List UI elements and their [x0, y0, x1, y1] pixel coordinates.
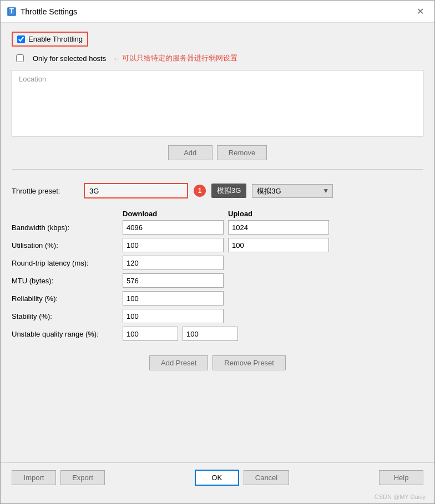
badge-1: 1 — [194, 185, 206, 197]
window-title: Throttle Settings — [21, 7, 77, 16]
fields-section: Download Upload Bandwidth (kbps): Utilis… — [12, 210, 423, 344]
throttle-preset-row: Throttle preset: 1 模拟3G 模拟3G No Throttli… — [12, 183, 423, 198]
mtu-label: MTU (bytes): — [12, 277, 123, 285]
only-hosts-checkbox[interactable] — [16, 54, 24, 62]
tooltip-box: 模拟3G — [211, 184, 246, 198]
footer-left: Import Export — [12, 470, 105, 485]
location-placeholder: Location — [17, 73, 48, 85]
utilisation-upload-input[interactable] — [228, 238, 329, 252]
unstable-row: Unstable quality range (%): — [12, 327, 423, 341]
footer-center: OK Cancel — [195, 470, 289, 486]
unstable-value2-input[interactable] — [183, 327, 238, 341]
reliability-row: Reliability (%): — [12, 291, 423, 306]
column-headers: Download Upload — [123, 210, 423, 218]
utilisation-label: Utilisation (%): — [12, 241, 123, 250]
selected-hosts-row: Only for selected hosts — [16, 54, 106, 63]
ok-button[interactable]: OK — [195, 470, 239, 486]
cancel-button[interactable]: Cancel — [244, 470, 289, 485]
bandwidth-row: Bandwidth (kbps): — [12, 220, 423, 235]
import-button[interactable]: Import — [12, 470, 56, 485]
bandwidth-download-input[interactable] — [123, 220, 224, 235]
add-preset-button[interactable]: Add Preset — [149, 355, 208, 370]
enable-throttling-label[interactable]: Enable Throttling — [28, 35, 83, 43]
annotation-row: ← 可以只给特定的服务器进行弱网设置 — [113, 53, 237, 63]
latency-label: Round-trip latency (ms): — [12, 259, 123, 267]
reliability-label: Reliability (%): — [12, 294, 123, 303]
dropdown-arrow-icon: ▼ — [319, 187, 332, 195]
mtu-download-input[interactable] — [123, 273, 224, 288]
throttle-preset-label: Throttle preset: — [12, 187, 78, 195]
unstable-inputs — [123, 327, 238, 341]
stability-row: Stability (%): — [12, 309, 423, 323]
remove-button[interactable]: Remove — [217, 145, 267, 160]
remove-preset-button[interactable]: Remove Preset — [213, 355, 286, 370]
enable-throttling-checkbox[interactable] — [17, 35, 25, 43]
preset-dropdown[interactable]: 模拟3G No Throttling GPRS 2G 3G 4G LTE DSL… — [252, 185, 319, 197]
location-panel: Location — [12, 70, 423, 136]
footer-right: Help — [379, 470, 423, 485]
content-area: Enable Throttling Only for selected host… — [1, 23, 434, 462]
window-icon: T — [7, 7, 16, 16]
export-button[interactable]: Export — [60, 470, 105, 485]
preset-dropdown-wrapper: 模拟3G No Throttling GPRS 2G 3G 4G LTE DSL… — [252, 184, 333, 198]
annotation-arrow: ← — [113, 54, 120, 63]
footer-row: Import Export OK Cancel Help — [1, 462, 434, 492]
help-button[interactable]: Help — [379, 470, 423, 485]
latency-download-input[interactable] — [123, 256, 224, 270]
add-remove-row: Add Remove — [12, 145, 423, 160]
upload-header: Upload — [228, 210, 333, 218]
only-hosts-label[interactable]: Only for selected hosts — [33, 54, 106, 63]
stability-download-input[interactable] — [123, 309, 224, 323]
utilisation-download-input[interactable] — [123, 238, 224, 252]
add-button[interactable]: Add — [168, 145, 213, 160]
close-button[interactable]: ✕ — [412, 4, 428, 19]
enable-throttling-row: Enable Throttling — [12, 32, 88, 47]
title-bar: T Throttle Settings ✕ — [1, 1, 434, 23]
bandwidth-label: Bandwidth (kbps): — [12, 223, 123, 232]
mtu-row: MTU (bytes): — [12, 273, 423, 288]
title-bar-left: T Throttle Settings — [7, 7, 77, 16]
annotation-text: 可以只给特定的服务器进行弱网设置 — [122, 53, 237, 63]
divider — [12, 169, 423, 170]
throttle-settings-window: T Throttle Settings ✕ Enable Throttling … — [0, 0, 435, 504]
utilisation-row: Utilisation (%): — [12, 238, 423, 252]
throttle-preset-input[interactable] — [84, 183, 188, 198]
unstable-label: Unstable quality range (%): — [12, 330, 123, 338]
download-header: Download — [123, 210, 228, 218]
preset-btn-row: Add Preset Remove Preset — [12, 355, 423, 370]
unstable-value1-input[interactable] — [123, 327, 178, 341]
stability-label: Stability (%): — [12, 312, 123, 320]
watermark: CSDN @MY Daisy — [1, 492, 434, 503]
reliability-download-input[interactable] — [123, 291, 224, 306]
bandwidth-upload-input[interactable] — [228, 220, 329, 235]
svg-text:T: T — [9, 8, 14, 15]
latency-row: Round-trip latency (ms): — [12, 256, 423, 270]
